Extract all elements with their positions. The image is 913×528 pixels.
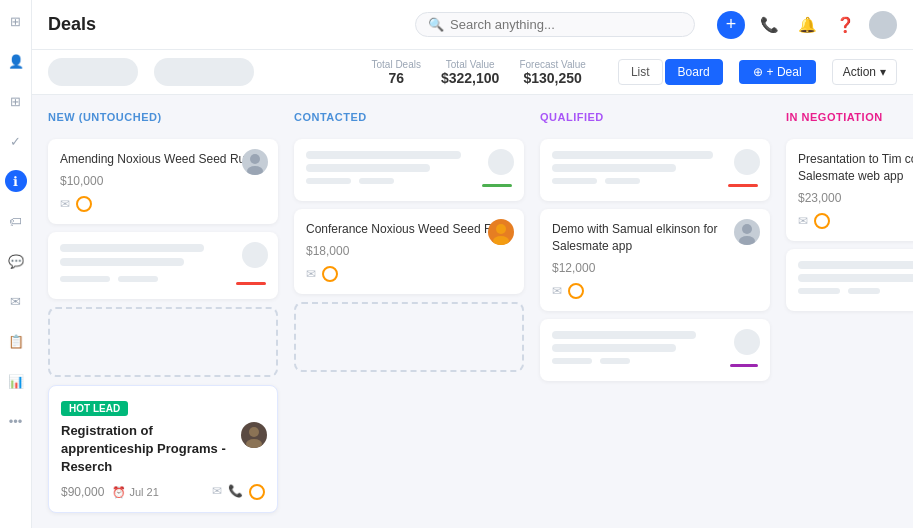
sidebar-icon-chart[interactable]: 📊 bbox=[5, 370, 27, 392]
svg-point-7 bbox=[739, 236, 755, 245]
sidebar-icon-chat[interactable]: 💬 bbox=[5, 250, 27, 272]
column-negotiation: IN NEGOTIATION Presantation to Tim cook … bbox=[786, 107, 913, 516]
kanban-board: NEW (UNTOUCHED) Amending Noxious Weed Se… bbox=[32, 95, 913, 528]
search-input[interactable] bbox=[450, 17, 682, 32]
user-avatar[interactable] bbox=[869, 11, 897, 39]
hot-lead-icons: ✉ 📞 bbox=[212, 484, 265, 500]
svg-point-2 bbox=[249, 427, 259, 437]
search-icon: 🔍 bbox=[428, 17, 444, 32]
deal-card-1[interactable]: Amending Noxious Weed Seed Rule $10,000 … bbox=[48, 139, 278, 224]
mail-icon-4: ✉ bbox=[306, 267, 316, 281]
hot-lead-card[interactable]: HOT LEAD Registration of apprenticeship … bbox=[48, 385, 278, 514]
help-icon[interactable]: ❓ bbox=[831, 11, 859, 39]
phone-icon[interactable]: 📞 bbox=[755, 11, 783, 39]
main-content: Deals 🔍 + 📞 🔔 ❓ Total Deals 76 Total Val… bbox=[32, 0, 913, 528]
column-header-contacted: CONTACTED bbox=[294, 107, 524, 131]
sidebar: ⊞ 👤 ⊞ ✓ ℹ 🏷 💬 ✉ 📋 📊 ••• bbox=[0, 0, 32, 528]
topbar: Deals 🔍 + 📞 🔔 ❓ bbox=[32, 0, 913, 50]
stat-total-deals: Total Deals 76 bbox=[372, 59, 421, 86]
deal-card-5-skeleton[interactable] bbox=[540, 139, 770, 201]
deal-card-7-skeleton[interactable] bbox=[540, 319, 770, 381]
clock-icon-hot bbox=[249, 484, 265, 500]
deal-card-4[interactable]: Conferance Noxious Weed Seed Rule $18,00… bbox=[294, 209, 524, 294]
svg-point-1 bbox=[247, 166, 263, 175]
clock-icon-1 bbox=[76, 196, 92, 212]
deal-card-3-skeleton[interactable] bbox=[294, 139, 524, 201]
svg-point-0 bbox=[250, 154, 260, 164]
column-qualified: QUALIFIED Demo with Samu bbox=[540, 107, 770, 516]
card-title-1: Amending Noxious Weed Seed Rule bbox=[60, 151, 266, 168]
clock-icon-6 bbox=[568, 283, 584, 299]
hot-lead-avatar bbox=[241, 422, 267, 448]
card-title-6: Demo with Samual elkinson for Salesmate … bbox=[552, 221, 758, 255]
card-footer-4: ✉ bbox=[306, 266, 512, 282]
deal-card-8[interactable]: Presantation to Tim cook for Salesmate w… bbox=[786, 139, 913, 241]
sidebar-icon-user[interactable]: 👤 bbox=[5, 50, 27, 72]
mail-icon-1: ✉ bbox=[60, 197, 70, 211]
card-title-8: Presantation to Tim cook for Salesmate w… bbox=[798, 151, 913, 185]
mail-icon-hot: ✉ bbox=[212, 484, 222, 500]
sidebar-icon-clip[interactable]: 📋 bbox=[5, 330, 27, 352]
card-footer-1: ✉ bbox=[60, 196, 266, 212]
clock-icon-4 bbox=[322, 266, 338, 282]
card-amount-4: $18,000 bbox=[306, 244, 512, 258]
view-buttons: List Board bbox=[618, 59, 723, 85]
subtoolbar: Total Deals 76 Total Value $322,100 Fore… bbox=[32, 50, 913, 95]
sidebar-icon-tag[interactable]: 🏷 bbox=[5, 210, 27, 232]
card-footer-6: ✉ bbox=[552, 283, 758, 299]
ghost-card-new bbox=[48, 307, 278, 377]
filter-pill-1[interactable] bbox=[48, 58, 138, 86]
card-title-4: Conferance Noxious Weed Seed Rule bbox=[306, 221, 512, 238]
clock-icon-8 bbox=[814, 213, 830, 229]
mail-icon-6: ✉ bbox=[552, 284, 562, 298]
sidebar-icon-mail[interactable]: ✉ bbox=[5, 290, 27, 312]
board-view-button[interactable]: Board bbox=[665, 59, 723, 85]
deal-card-9-skeleton[interactable] bbox=[786, 249, 913, 311]
page-title: Deals bbox=[48, 14, 96, 35]
hot-lead-title: Registration of apprenticeship Programs … bbox=[61, 422, 265, 477]
svg-point-3 bbox=[246, 439, 262, 448]
mail-icon-8: ✉ bbox=[798, 214, 808, 228]
deal-card-2-skeleton[interactable] bbox=[48, 232, 278, 299]
hot-lead-badge: HOT LEAD bbox=[61, 401, 128, 416]
card-amount-8: $23,000 bbox=[798, 191, 913, 205]
column-contacted: CONTACTED Conferance Nox bbox=[294, 107, 524, 516]
phone-icon-hot: 📞 bbox=[228, 484, 243, 500]
stat-forecast: Forecast Value $130,250 bbox=[519, 59, 586, 86]
card-footer-8: ✉ bbox=[798, 213, 913, 229]
sidebar-icon-grid[interactable]: ⊞ bbox=[5, 10, 27, 32]
column-header-negotiation: IN NEGOTIATION bbox=[786, 107, 913, 131]
hot-lead-amount: $90,000 bbox=[61, 485, 104, 499]
avatar-1 bbox=[242, 149, 268, 175]
stat-total-value: Total Value $322,100 bbox=[441, 59, 499, 86]
card-amount-6: $12,000 bbox=[552, 261, 758, 275]
column-new: NEW (UNTOUCHED) Amending Noxious Weed Se… bbox=[48, 107, 278, 516]
svg-point-5 bbox=[493, 236, 509, 245]
svg-point-4 bbox=[496, 224, 506, 234]
sidebar-icon-more[interactable]: ••• bbox=[5, 410, 27, 432]
list-view-button[interactable]: List bbox=[618, 59, 663, 85]
search-bar[interactable]: 🔍 bbox=[415, 12, 695, 37]
action-button[interactable]: Action ▾ bbox=[832, 59, 897, 85]
avatar-6 bbox=[734, 219, 760, 245]
sidebar-icon-info[interactable]: ℹ bbox=[5, 170, 27, 192]
plus-icon: ⊕ bbox=[753, 65, 763, 79]
sidebar-icon-apps[interactable]: ⊞ bbox=[5, 90, 27, 112]
stats-section: Total Deals 76 Total Value $322,100 Fore… bbox=[372, 59, 586, 86]
column-header-qualified: QUALIFIED bbox=[540, 107, 770, 131]
ghost-card-contacted bbox=[294, 302, 524, 372]
card-amount-1: $10,000 bbox=[60, 174, 266, 188]
svg-point-6 bbox=[742, 224, 752, 234]
add-button[interactable]: + bbox=[717, 11, 745, 39]
chevron-down-icon: ▾ bbox=[880, 65, 886, 79]
avatar-4 bbox=[488, 219, 514, 245]
deal-card-6[interactable]: Demo with Samual elkinson for Salesmate … bbox=[540, 209, 770, 311]
filter-pill-2[interactable] bbox=[154, 58, 254, 86]
column-header-new: NEW (UNTOUCHED) bbox=[48, 107, 278, 131]
topbar-actions: + 📞 🔔 ❓ bbox=[717, 11, 897, 39]
add-deal-button[interactable]: ⊕ + Deal bbox=[739, 60, 816, 84]
hot-lead-date: ⏰ Jul 21 bbox=[112, 486, 158, 499]
sidebar-icon-check[interactable]: ✓ bbox=[5, 130, 27, 152]
bell-icon[interactable]: 🔔 bbox=[793, 11, 821, 39]
